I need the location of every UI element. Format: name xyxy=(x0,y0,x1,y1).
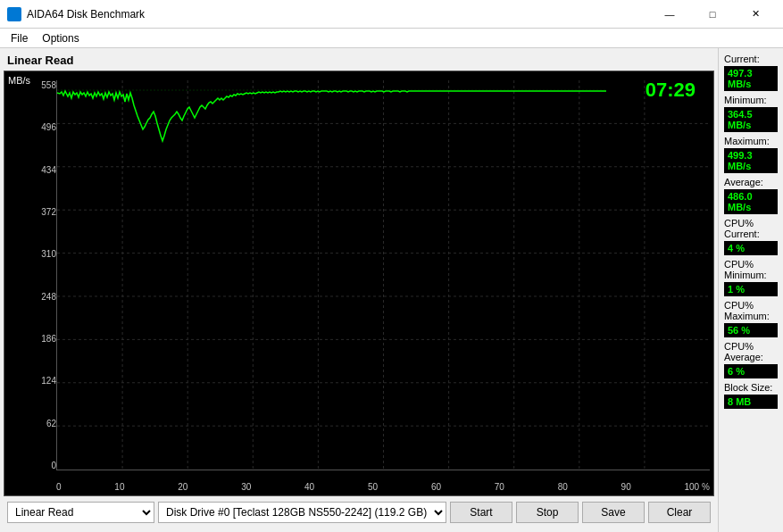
right-panel: Current: 497.3 MB/s Minimum: 364.5 MB/s … xyxy=(718,48,783,532)
block-size-label: Block Size: xyxy=(724,382,778,393)
app-icon xyxy=(7,7,21,21)
maximize-button[interactable]: □ xyxy=(692,0,733,29)
cpu-max-value: 56 % xyxy=(724,323,778,337)
cpu-current-value: 4 % xyxy=(724,241,778,255)
close-button[interactable]: ✕ xyxy=(735,0,776,29)
block-size-value: 8 MB xyxy=(724,395,778,409)
minimum-label: Minimum: xyxy=(724,95,778,105)
cpu-min-label: CPU% Minimum: xyxy=(724,259,778,280)
title-bar-text: AIDA64 Disk Benchmark xyxy=(27,8,649,21)
maximum-label: Maximum: xyxy=(724,136,778,146)
cpu-current-label: CPU% Current: xyxy=(724,218,778,239)
title-bar: AIDA64 Disk Benchmark — □ ✕ xyxy=(0,0,783,29)
average-label: Average: xyxy=(724,177,778,187)
cpu-avg-value: 6 % xyxy=(724,364,778,378)
maximum-value: 499.3 MB/s xyxy=(724,148,778,173)
current-label: Current: xyxy=(724,54,778,64)
minimum-value: 364.5 MB/s xyxy=(724,107,778,132)
disk-drive-dropdown[interactable]: Disk Drive #0 [Teclast 128GB NS550-2242]… xyxy=(158,502,446,523)
minimize-button[interactable]: — xyxy=(649,0,690,29)
cpu-min-value: 1 % xyxy=(724,282,778,296)
cpu-max-label: CPU% Maximum: xyxy=(724,300,778,321)
start-button[interactable]: Start xyxy=(450,502,512,523)
cpu-avg-label: CPU% Average: xyxy=(724,341,778,362)
menu-bar: File Options xyxy=(0,29,783,48)
save-button[interactable]: Save xyxy=(582,502,645,523)
test-mode-dropdown[interactable]: Linear Read xyxy=(7,502,154,523)
options-menu[interactable]: Options xyxy=(35,30,86,46)
average-value: 486.0 MB/s xyxy=(724,189,778,214)
left-panel: Linear Read MB/s 07:29 558 496 434 372 3… xyxy=(0,48,718,532)
chart-container: MB/s 07:29 558 496 434 372 310 248 186 1… xyxy=(4,71,714,496)
controls-bar: Linear Read Disk Drive #0 [Teclast 128GB… xyxy=(4,496,714,528)
chart-area xyxy=(56,80,710,470)
main-content: Linear Read MB/s 07:29 558 496 434 372 3… xyxy=(0,48,783,532)
clear-button[interactable]: Clear xyxy=(648,502,711,523)
title-bar-controls: — □ ✕ xyxy=(649,0,776,29)
file-menu[interactable]: File xyxy=(4,30,35,46)
x-axis: 0 10 20 30 40 50 60 70 80 90 100 % xyxy=(56,482,710,492)
chart-title: Linear Read xyxy=(4,52,714,71)
stop-button[interactable]: Stop xyxy=(516,502,579,523)
y-axis: 558 496 434 372 310 248 186 124 62 0 xyxy=(31,80,56,470)
y-axis-label: MB/s xyxy=(8,75,30,86)
current-value: 497.3 MB/s xyxy=(724,66,778,91)
